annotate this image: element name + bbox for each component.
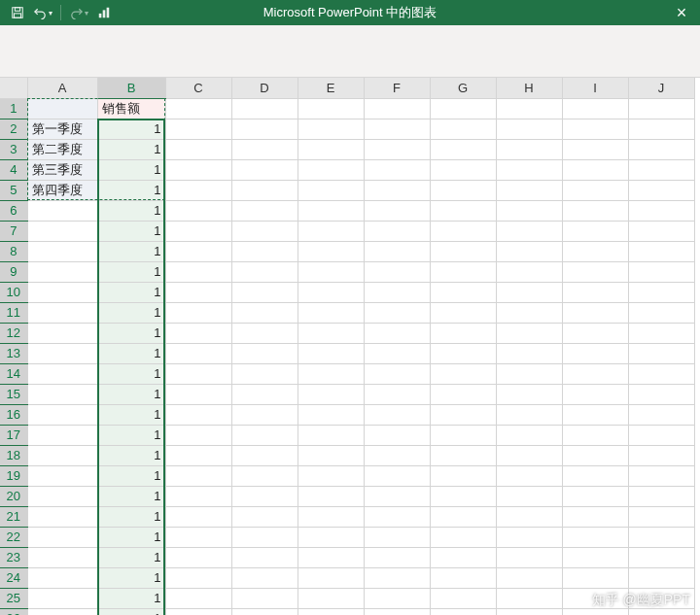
cell-A20[interactable] bbox=[27, 486, 97, 506]
cell-D23[interactable] bbox=[231, 547, 298, 567]
cell-J9[interactable] bbox=[628, 261, 694, 282]
cell-E25[interactable] bbox=[298, 588, 364, 608]
cell-C24[interactable] bbox=[165, 567, 231, 588]
cell-G24[interactable] bbox=[430, 567, 496, 588]
cell-D19[interactable] bbox=[231, 465, 298, 486]
cell-C15[interactable] bbox=[165, 384, 231, 404]
cell-E26[interactable] bbox=[298, 608, 364, 615]
cell-C20[interactable] bbox=[165, 486, 231, 506]
cell-D22[interactable] bbox=[231, 527, 298, 547]
cell-E7[interactable] bbox=[298, 221, 364, 241]
cell-I11[interactable] bbox=[562, 302, 628, 323]
cell-A5[interactable]: 第四季度 bbox=[27, 180, 97, 200]
cell-A14[interactable] bbox=[27, 363, 97, 384]
cell-C6[interactable] bbox=[165, 200, 231, 221]
cell-I12[interactable] bbox=[562, 323, 628, 343]
cell-H17[interactable] bbox=[496, 425, 562, 445]
cell-I17[interactable] bbox=[562, 425, 628, 445]
cell-E3[interactable] bbox=[298, 139, 364, 159]
cell-A25[interactable] bbox=[27, 588, 97, 608]
column-header-H[interactable]: H bbox=[496, 78, 562, 98]
cell-J14[interactable] bbox=[628, 363, 694, 384]
cell-E8[interactable] bbox=[298, 241, 364, 261]
cell-E23[interactable] bbox=[298, 547, 364, 567]
cell-D7[interactable] bbox=[231, 221, 298, 241]
cell-B7[interactable]: 1 bbox=[97, 221, 165, 241]
cell-A8[interactable] bbox=[27, 241, 97, 261]
cell-F10[interactable] bbox=[364, 282, 430, 302]
cell-G22[interactable] bbox=[430, 527, 496, 547]
cell-A26[interactable] bbox=[27, 608, 97, 615]
cell-B22[interactable]: 1 bbox=[97, 527, 165, 547]
cell-B10[interactable]: 1 bbox=[97, 282, 165, 302]
cell-C2[interactable] bbox=[165, 119, 231, 139]
cell-J16[interactable] bbox=[628, 404, 694, 425]
cell-A10[interactable] bbox=[27, 282, 97, 302]
cell-G1[interactable] bbox=[430, 98, 496, 119]
cell-F2[interactable] bbox=[364, 119, 430, 139]
cell-E9[interactable] bbox=[298, 261, 364, 282]
cell-D3[interactable] bbox=[231, 139, 298, 159]
row-header-22[interactable]: 22 bbox=[0, 527, 27, 547]
cell-H25[interactable] bbox=[496, 588, 562, 608]
cell-H7[interactable] bbox=[496, 221, 562, 241]
cell-H14[interactable] bbox=[496, 363, 562, 384]
cell-H12[interactable] bbox=[496, 323, 562, 343]
cell-G14[interactable] bbox=[430, 363, 496, 384]
row-header-15[interactable]: 15 bbox=[0, 384, 27, 404]
cell-C14[interactable] bbox=[165, 363, 231, 384]
cell-B19[interactable]: 1 bbox=[97, 465, 165, 486]
cell-H18[interactable] bbox=[496, 445, 562, 465]
row-header-19[interactable]: 19 bbox=[0, 465, 27, 486]
cell-A15[interactable] bbox=[27, 384, 97, 404]
cell-A12[interactable] bbox=[27, 323, 97, 343]
cell-G21[interactable] bbox=[430, 506, 496, 527]
cell-G13[interactable] bbox=[430, 343, 496, 363]
cell-A19[interactable] bbox=[27, 465, 97, 486]
cell-G3[interactable] bbox=[430, 139, 496, 159]
cell-G15[interactable] bbox=[430, 384, 496, 404]
cell-F24[interactable] bbox=[364, 567, 430, 588]
row-header-10[interactable]: 10 bbox=[0, 282, 27, 302]
cell-H9[interactable] bbox=[496, 261, 562, 282]
cell-I9[interactable] bbox=[562, 261, 628, 282]
cell-I2[interactable] bbox=[562, 119, 628, 139]
cell-F5[interactable] bbox=[364, 180, 430, 200]
cell-D25[interactable] bbox=[231, 588, 298, 608]
column-header-D[interactable]: D bbox=[231, 78, 298, 98]
cell-I10[interactable] bbox=[562, 282, 628, 302]
column-header-G[interactable]: G bbox=[430, 78, 496, 98]
cell-E4[interactable] bbox=[298, 159, 364, 180]
cell-I19[interactable] bbox=[562, 465, 628, 486]
cell-E6[interactable] bbox=[298, 200, 364, 221]
column-header-F[interactable]: F bbox=[364, 78, 430, 98]
cell-F12[interactable] bbox=[364, 323, 430, 343]
cell-A18[interactable] bbox=[27, 445, 97, 465]
cell-D26[interactable] bbox=[231, 608, 298, 615]
cell-G6[interactable] bbox=[430, 200, 496, 221]
cell-J4[interactable] bbox=[628, 159, 694, 180]
row-header-16[interactable]: 16 bbox=[0, 404, 27, 425]
row-header-7[interactable]: 7 bbox=[0, 221, 27, 241]
cell-I18[interactable] bbox=[562, 445, 628, 465]
cell-C23[interactable] bbox=[165, 547, 231, 567]
cell-D18[interactable] bbox=[231, 445, 298, 465]
cell-J19[interactable] bbox=[628, 465, 694, 486]
row-header-1[interactable]: 1 bbox=[0, 98, 27, 119]
cell-J15[interactable] bbox=[628, 384, 694, 404]
cell-I1[interactable] bbox=[562, 98, 628, 119]
cell-A2[interactable]: 第一季度 bbox=[27, 119, 97, 139]
cell-G10[interactable] bbox=[430, 282, 496, 302]
column-header-C[interactable]: C bbox=[165, 78, 231, 98]
close-button[interactable]: × bbox=[669, 0, 694, 25]
row-header-5[interactable]: 5 bbox=[0, 180, 27, 200]
cell-C1[interactable] bbox=[165, 98, 231, 119]
cell-D1[interactable] bbox=[231, 98, 298, 119]
cell-F20[interactable] bbox=[364, 486, 430, 506]
cell-H3[interactable] bbox=[496, 139, 562, 159]
cell-I24[interactable] bbox=[562, 567, 628, 588]
cell-I4[interactable] bbox=[562, 159, 628, 180]
cell-F25[interactable] bbox=[364, 588, 430, 608]
cell-F3[interactable] bbox=[364, 139, 430, 159]
cell-C11[interactable] bbox=[165, 302, 231, 323]
